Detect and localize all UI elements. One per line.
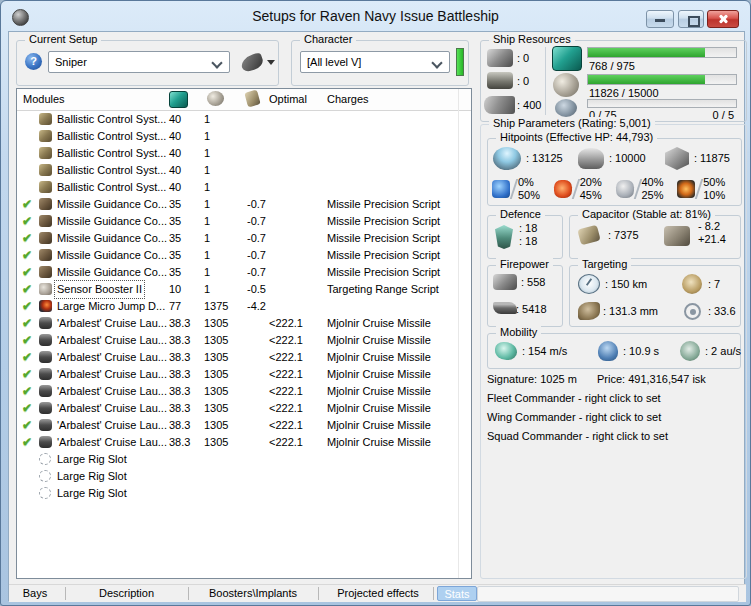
module-optimal: <222.1	[269, 332, 303, 349]
capacitor-group: Capacitor (Stable at: 81%) : 7375 - 8.2 …	[569, 215, 741, 259]
minimize-button[interactable]	[646, 10, 674, 28]
maximize-button[interactable]	[678, 10, 704, 28]
table-row[interactable]: ✔Missile Guidance Co...351-0.7Missile Pr…	[17, 247, 471, 264]
cruise-module-icon	[39, 368, 52, 380]
module-charge: Mjolnir Cruise Missile	[327, 434, 431, 451]
optimal-column-header[interactable]: Optimal	[269, 93, 307, 105]
tab-strip-empty-area	[477, 586, 739, 602]
hitpoints-group: Hitpoints (Effective HP: 44,793) : 13125…	[487, 138, 742, 206]
table-row[interactable]: ✔Sensor Booster II101-0.5Targeting Range…	[17, 281, 471, 298]
resources-divider	[545, 47, 546, 115]
wing-commander-text[interactable]: Wing Commander - right click to set	[487, 411, 661, 423]
tab-description[interactable]: Description	[69, 585, 184, 602]
close-button[interactable]	[707, 10, 739, 28]
capacitor-amount: : 7375	[608, 229, 639, 241]
table-row[interactable]: ✔'Arbalest' Cruise Lau...38.31305<222.1M…	[17, 400, 471, 417]
table-row[interactable]: Large Rig Slot	[17, 468, 471, 485]
resist-thermal: 20%45%	[554, 175, 616, 203]
fleet-commander-text[interactable]: Fleet Commander - right click to set	[487, 392, 661, 404]
module-name: Missile Guidance Co...	[57, 264, 167, 281]
table-row[interactable]: ✔'Arbalest' Cruise Lau...38.31305<222.1M…	[17, 332, 471, 349]
cpu-icon[interactable]	[169, 91, 188, 108]
bcs-module-icon	[39, 164, 52, 176]
table-row[interactable]: ✔'Arbalest' Cruise Lau...38.31305<222.1M…	[17, 315, 471, 332]
resist-row: 0%50%20%45%40%25%50%10%	[492, 175, 739, 203]
module-cpu: 38.3	[169, 332, 190, 349]
explosive-resist-icon	[677, 180, 695, 198]
module-cap: -0.7	[247, 264, 266, 281]
cruise-module-icon	[39, 351, 52, 363]
table-row[interactable]: Ballistic Control Syst...401	[17, 128, 471, 145]
setup-select[interactable]: Sniper	[48, 51, 230, 73]
charges-column-header[interactable]: Charges	[327, 93, 369, 105]
tab-boosters-implants[interactable]: Boosters\Implants	[192, 585, 314, 602]
modules-column-header[interactable]: Modules	[23, 93, 65, 105]
capacitor-icon[interactable]	[244, 90, 260, 108]
module-pg: 1	[204, 128, 210, 145]
ship-menu-caret-icon[interactable]	[267, 60, 275, 65]
tab-separator	[318, 587, 319, 600]
volley-icon	[493, 274, 517, 290]
resist-bottom-explosive: 10%	[703, 189, 725, 202]
table-row[interactable]: ✔'Arbalest' Cruise Lau...38.31305<222.1M…	[17, 349, 471, 366]
active-check-icon: ✔	[22, 299, 32, 313]
powergrid-icon[interactable]	[207, 91, 224, 106]
align-time-value: : 10.9 s	[623, 345, 659, 357]
ship-menu-button[interactable]	[239, 52, 265, 73]
table-row[interactable]: ✔'Arbalest' Cruise Lau...38.31305<222.1M…	[17, 417, 471, 434]
module-charge: Mjolnir Cruise Missile	[327, 332, 431, 349]
module-state: ✔	[22, 315, 32, 332]
tab-bays[interactable]: Bays	[9, 585, 61, 602]
table-row[interactable]: Ballistic Control Syst...401	[17, 162, 471, 179]
active-check-icon: ✔	[22, 197, 32, 211]
mgc-module-icon	[39, 249, 52, 261]
senb-module-icon	[39, 283, 52, 295]
table-row[interactable]: ✔Missile Guidance Co...351-0.7Missile Pr…	[17, 230, 471, 247]
firepower-label: Firepower	[496, 258, 553, 270]
table-row[interactable]: ✔Missile Guidance Co...351-0.7Missile Pr…	[17, 213, 471, 230]
tab-separator	[188, 587, 189, 600]
table-row[interactable]: Ballistic Control Syst...401	[17, 179, 471, 196]
table-row[interactable]: ✔'Arbalest' Cruise Lau...38.31305<222.1M…	[17, 366, 471, 383]
squad-commander-text[interactable]: Squad Commander - right click to set	[487, 430, 668, 442]
defence-value-1: : 18	[519, 222, 537, 235]
modules-header[interactable]: Modules Optimal Charges	[17, 89, 471, 111]
table-row[interactable]: ✔Missile Guidance Co...351-0.7Missile Pr…	[17, 264, 471, 281]
tab-stats[interactable]: Stats	[437, 586, 477, 601]
defence-value-2: : 18	[519, 235, 537, 248]
title-bar[interactable]: Setups for Raven Navy Issue Battleship	[1, 1, 750, 31]
table-row[interactable]: Ballistic Control Syst...401	[17, 145, 471, 162]
module-state: ✔	[22, 196, 32, 213]
module-cpu: 38.3	[169, 366, 190, 383]
table-row[interactable]: ✔Large Micro Jump D...771375-4.2	[17, 298, 471, 315]
module-charge: Mjolnir Cruise Missile	[327, 383, 431, 400]
drone-bar	[587, 99, 737, 108]
mgc-module-icon	[39, 215, 52, 227]
module-cpu: 38.3	[169, 315, 190, 332]
table-row[interactable]: ✔'Arbalest' Cruise Lau...38.31305<222.1M…	[17, 434, 471, 451]
ship-parameters-label: Ship Parameters (Rating: 5,001)	[489, 117, 655, 129]
tab-projected-effects[interactable]: Projected effects	[322, 585, 434, 602]
table-row[interactable]: Large Rig Slot	[17, 485, 471, 502]
resist-values-em: 0%50%	[518, 176, 540, 202]
table-row[interactable]: Large Rig Slot	[17, 451, 471, 468]
module-pg: 1305	[204, 417, 228, 434]
capacitor-label: Capacitor (Stable at: 81%)	[578, 208, 715, 220]
help-icon[interactable]: ?	[25, 53, 42, 70]
table-row[interactable]: Ballistic Control Syst...401	[17, 111, 471, 128]
bcs-module-icon	[39, 113, 52, 125]
module-name: 'Arbalest' Cruise Lau...	[57, 315, 167, 332]
module-cap: -0.7	[247, 196, 266, 213]
table-row[interactable]: ✔'Arbalest' Cruise Lau...38.31305<222.1M…	[17, 383, 471, 400]
table-row[interactable]: ✔Missile Guidance Co...351-0.7Missile Pr…	[17, 196, 471, 213]
module-name: Ballistic Control Syst...	[57, 111, 166, 128]
character-select[interactable]: [All level V]	[300, 51, 450, 73]
defence-group: Defence : 18 : 18	[487, 215, 563, 259]
module-state: ✔	[22, 332, 32, 349]
firepower-group: Firepower : 558 : 5418	[487, 265, 563, 327]
resist-top-kinetic: 40%	[642, 176, 664, 189]
mgc-module-icon	[39, 266, 52, 278]
module-cap: -0.7	[247, 213, 266, 230]
structure-hp-icon	[665, 147, 689, 170]
max-velocity-icon	[495, 342, 517, 360]
